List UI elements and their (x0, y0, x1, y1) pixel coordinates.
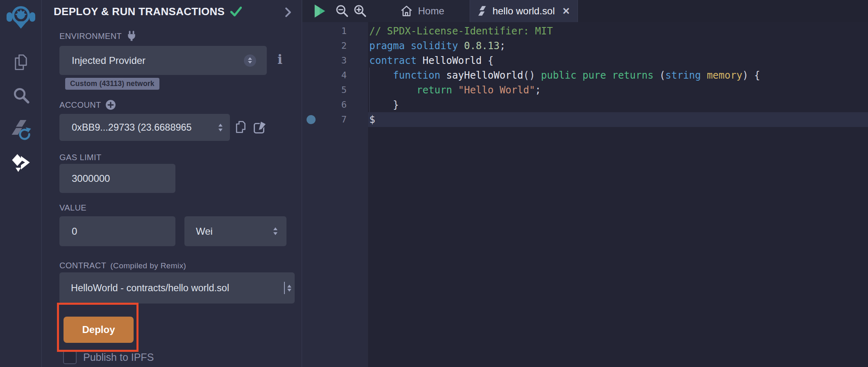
file-explorer-icon (12, 53, 30, 71)
code-text[interactable]: function sayHelloWorld() public pure ret… (368, 68, 868, 83)
remix-ide-window: DEPLOY & RUN TRANSACTIONS ENVIRONMENT In… (0, 0, 868, 367)
value-label-row: VALUE (59, 203, 86, 213)
deploy-button[interactable]: Deploy (64, 317, 134, 343)
tab-hello-world-sol[interactable]: hello world.sol ✕ (470, 0, 578, 22)
contract-caret-icon (287, 285, 291, 292)
code-text[interactable]: pragma solidity 0.8.13; (368, 39, 868, 53)
value-label: VALUE (59, 203, 86, 213)
unit-caret-icon (273, 227, 277, 235)
remix-logo[interactable] (0, 2, 41, 32)
sidebar-item-solidity-compiler[interactable] (0, 119, 41, 141)
environment-label-row: ENVIRONMENT (59, 30, 137, 42)
gas-limit-label: GAS LIMIT (59, 153, 102, 162)
code-area[interactable]: 1// SPDX-License-Identifier: MIT2pragma … (302, 22, 868, 367)
sidebar-item-search[interactable] (0, 86, 41, 104)
account-value: 0xBB9...29733 (23.6688965 (59, 122, 218, 133)
tab-file-label: hello world.sol (493, 5, 555, 17)
editor-tabbar: Home hello world.sol ✕ (302, 0, 868, 22)
code-line-6: 6 } (302, 97, 868, 112)
code-text[interactable]: contract HelloWorld { (368, 53, 868, 68)
info-icon[interactable]: i (277, 52, 282, 67)
gas-limit-label-row: GAS LIMIT (59, 153, 102, 162)
publish-to-ipfs-label: Publish to IPFS (83, 351, 154, 363)
edit-account-icon[interactable] (253, 120, 268, 134)
solidity-file-icon (477, 5, 487, 17)
panel-header: DEPLOY & RUN TRANSACTIONS (54, 2, 302, 20)
run-script-icon[interactable] (313, 4, 326, 18)
contract-label-row: CONTRACT (Compiled by Remix) (59, 261, 186, 270)
contract-value: HelloWorld - contracts/hello world.sol (59, 283, 283, 294)
code-text[interactable]: return "Hello World"; (368, 83, 868, 97)
zoom-in-icon[interactable] (353, 4, 367, 18)
plug-icon[interactable] (126, 30, 137, 42)
chevron-right-icon[interactable] (284, 7, 293, 17)
deploy-run-panel: DEPLOY & RUN TRANSACTIONS ENVIRONMENT In… (42, 0, 302, 367)
success-check-icon (230, 6, 242, 17)
code-line-3: 3contract HelloWorld { (302, 53, 868, 68)
deploy-and-run-icon (10, 152, 32, 174)
search-icon (12, 86, 30, 104)
environment-value: Injected Provider (59, 55, 267, 66)
line-number[interactable]: 2 (302, 39, 368, 53)
contract-select[interactable]: HelloWorld - contracts/hello world.sol (59, 272, 295, 304)
account-label: ACCOUNT (59, 100, 101, 110)
tab-home-label: Home (418, 5, 444, 17)
publish-to-ipfs-checkbox[interactable] (63, 351, 77, 364)
code-text[interactable]: $ (368, 112, 868, 127)
icon-rail (0, 0, 42, 367)
solidity-compiler-icon (10, 119, 32, 141)
line-number[interactable]: 5 (302, 83, 368, 97)
gas-limit-input[interactable] (59, 164, 175, 193)
account-select[interactable]: 0xBB9...29733 (23.6688965 (59, 114, 230, 141)
line-number[interactable]: 3 (302, 53, 368, 68)
environment-caret-icon (244, 54, 256, 67)
code-text[interactable]: } (368, 97, 868, 112)
zoom-out-icon[interactable] (335, 4, 349, 18)
line-number[interactable]: 6 (302, 97, 368, 112)
line-number[interactable]: 4 (302, 68, 368, 83)
editor: Home hello world.sol ✕ 1// SPDX-License-… (302, 0, 868, 367)
code-line-2: 2pragma solidity 0.8.13; (302, 39, 868, 53)
value-input[interactable] (59, 216, 175, 246)
tab-home[interactable]: Home (400, 0, 444, 22)
value-unit-select[interactable]: Wei (184, 216, 286, 246)
sidebar-item-deploy-and-run[interactable] (0, 152, 41, 174)
code-line-5: 5 return "Hello World"; (302, 83, 868, 97)
page-title: DEPLOY & RUN TRANSACTIONS (54, 5, 225, 18)
remix-logo-icon (6, 2, 36, 32)
add-account-icon[interactable] (105, 100, 116, 110)
code-text[interactable]: // SPDX-License-Identifier: MIT (368, 24, 868, 39)
network-badge: Custom (43113) network (65, 78, 159, 90)
home-icon (400, 5, 413, 18)
environment-select[interactable]: Injected Provider (59, 46, 267, 75)
value-unit: Wei (184, 226, 273, 237)
copy-account-icon[interactable] (234, 120, 248, 134)
contract-sublabel: (Compiled by Remix) (110, 261, 186, 270)
account-caret-icon (218, 124, 223, 131)
code-line-4: 4 function sayHelloWorld() public pure r… (302, 68, 868, 83)
environment-label: ENVIRONMENT (59, 32, 122, 41)
account-label-row: ACCOUNT (59, 100, 116, 110)
sidebar-item-file-explorer[interactable] (0, 53, 41, 71)
line-number[interactable]: 1 (302, 24, 368, 39)
code-line-7: 7$ (302, 112, 868, 127)
text-cursor (284, 282, 285, 294)
contract-label: CONTRACT (59, 261, 106, 270)
code-line-1: 1// SPDX-License-Identifier: MIT (302, 24, 868, 39)
close-tab-icon[interactable]: ✕ (562, 6, 570, 17)
breakpoint-dot[interactable] (307, 115, 316, 124)
tabbar-filler (578, 0, 868, 22)
